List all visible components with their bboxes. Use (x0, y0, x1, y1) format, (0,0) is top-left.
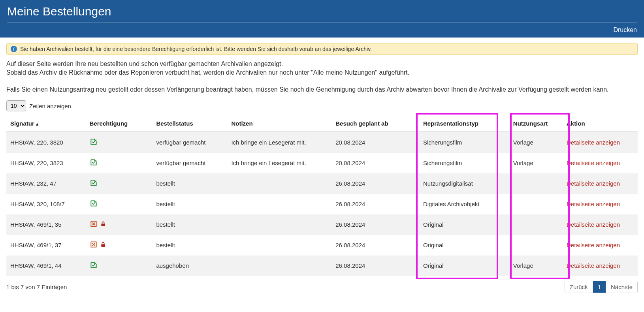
cell-aktion: Detailseite anzeigen (563, 132, 638, 153)
cell-signatur: HHStAW, 232, 47 (6, 173, 86, 194)
cell-besuch: 26.08.2024 (331, 214, 419, 235)
cell-signatur: HHStAW, 469/1, 44 (6, 256, 86, 276)
lock-icon (100, 220, 106, 228)
detail-link[interactable]: Detailseite anzeigen (567, 180, 620, 187)
pager-prev[interactable]: Zurück (565, 281, 593, 293)
cell-aktion: Detailseite anzeigen (563, 235, 638, 256)
cell-bestellstatus: ausgehoben (152, 256, 227, 276)
col-nutzungsart[interactable]: Nutzungsart (509, 115, 563, 132)
cell-reptyp: Original (419, 235, 509, 256)
cell-notizen: Ich bringe ein Lesegerät mit. (227, 132, 331, 153)
intro-text: Auf dieser Seite werden Ihre neu bestell… (6, 60, 638, 93)
detail-link[interactable]: Detailseite anzeigen (567, 139, 620, 146)
cell-berechtigung (86, 153, 153, 173)
info-icon: i (11, 46, 17, 52)
permission-request-icon (90, 220, 98, 228)
table-row: HHStAW, 220, 3823verfügbar gemachtIch br… (6, 153, 638, 173)
sort-asc-icon: ▲ (35, 122, 40, 126)
cell-besuch: 26.08.2024 (331, 194, 419, 214)
cell-bestellstatus: verfügbar gemacht (152, 132, 227, 153)
permission-granted-icon (90, 158, 98, 166)
permission-granted-icon (90, 261, 98, 269)
cell-signatur: HHStAW, 469/1, 37 (6, 235, 86, 256)
table-row: HHStAW, 469/1, 37bestellt26.08.2024Origi… (6, 235, 638, 256)
cell-notizen (227, 214, 331, 235)
cell-reptyp: Digitales Archivobjekt (419, 194, 509, 214)
table-row: HHStAW, 469/1, 35bestellt26.08.2024Origi… (6, 214, 638, 235)
cell-berechtigung (86, 132, 153, 153)
detail-link[interactable]: Detailseite anzeigen (567, 262, 620, 269)
table-row: HHStAW, 320, 108/7bestellt26.08.2024Digi… (6, 194, 638, 214)
cell-nutzungsart (509, 214, 563, 235)
cell-reptyp: Nutzungsdigitalisat (419, 173, 509, 194)
intro-p1: Auf dieser Seite werden Ihre neu bestell… (6, 60, 638, 68)
cell-nutzungsart: Vorlage (509, 256, 563, 276)
intro-p2: Sobald das Archiv die Rücknahme oder das… (6, 69, 638, 76)
cell-nutzungsart: Vorlage (509, 153, 563, 173)
cell-besuch: 20.08.2024 (331, 153, 419, 173)
detail-link[interactable]: Detailseite anzeigen (567, 221, 620, 228)
alert-banner: i Sie haben Archivalien bestellt, für di… (6, 43, 638, 55)
lock-icon (100, 241, 106, 248)
cell-notizen: Ich bringe ein Lesegerät mit. (227, 153, 331, 173)
cell-aktion: Detailseite anzeigen (563, 256, 638, 276)
table-row: HHStAW, 232, 47bestellt26.08.2024Nutzung… (6, 173, 638, 194)
print-link[interactable]: Drucken (613, 26, 637, 33)
permission-granted-icon (90, 199, 98, 207)
pager-page-1[interactable]: 1 (593, 281, 606, 293)
col-aktion: Aktion (563, 115, 638, 132)
col-reptyp[interactable]: Repräsentationstyp (419, 115, 509, 132)
cell-besuch: 26.08.2024 (331, 256, 419, 276)
col-besuch[interactable]: Besuch geplant ab (331, 115, 419, 132)
detail-link[interactable]: Detailseite anzeigen (567, 160, 620, 166)
permission-request-icon (90, 241, 98, 248)
cell-nutzungsart: Vorlage (509, 132, 563, 153)
col-bestellstatus[interactable]: Bestellstatus (152, 115, 227, 132)
cell-nutzungsart (509, 173, 563, 194)
cell-signatur: HHStAW, 220, 3823 (6, 153, 86, 173)
pager-next[interactable]: Nächste (606, 281, 637, 293)
cell-aktion: Detailseite anzeigen (563, 194, 638, 214)
cell-signatur: HHStAW, 220, 3820 (6, 132, 86, 153)
cell-notizen (227, 194, 331, 214)
cell-reptyp: Sicherungsfilm (419, 153, 509, 173)
cell-bestellstatus: bestellt (152, 194, 227, 214)
rows-per-page-select[interactable]: 10 (6, 100, 26, 111)
cell-signatur: HHStAW, 320, 108/7 (6, 194, 86, 214)
cell-berechtigung (86, 256, 153, 276)
orders-table: Signatur▲ Berechtigung Bestellstatus Not… (6, 115, 638, 276)
page-title: Meine Bestellungen (7, 3, 637, 18)
col-notizen[interactable]: Notizen (227, 115, 331, 132)
cell-bestellstatus: bestellt (152, 235, 227, 256)
table-count: 1 bis 7 von 7 Einträgen (6, 284, 67, 290)
rows-per-page-label: Zeilen anzeigen (29, 103, 71, 109)
cell-notizen (227, 235, 331, 256)
cell-aktion: Detailseite anzeigen (563, 214, 638, 235)
cell-besuch: 20.08.2024 (331, 132, 419, 153)
cell-nutzungsart (509, 194, 563, 214)
cell-bestellstatus: bestellt (152, 214, 227, 235)
permission-granted-icon (90, 138, 98, 146)
cell-reptyp: Original (419, 256, 509, 276)
permission-granted-icon (90, 179, 98, 187)
detail-link[interactable]: Detailseite anzeigen (567, 242, 620, 248)
cell-notizen (227, 256, 331, 276)
cell-aktion: Detailseite anzeigen (563, 173, 638, 194)
cell-berechtigung (86, 173, 153, 194)
cell-besuch: 26.08.2024 (331, 173, 419, 194)
cell-aktion: Detailseite anzeigen (563, 153, 638, 173)
table-row: HHStAW, 469/1, 44ausgehoben26.08.2024Ori… (6, 256, 638, 276)
cell-bestellstatus: verfügbar gemacht (152, 153, 227, 173)
cell-bestellstatus: bestellt (152, 173, 227, 194)
detail-link[interactable]: Detailseite anzeigen (567, 201, 620, 207)
cell-signatur: HHStAW, 469/1, 35 (6, 214, 86, 235)
cell-berechtigung (86, 235, 153, 256)
cell-nutzungsart (509, 235, 563, 256)
cell-berechtigung (86, 214, 153, 235)
cell-besuch: 26.08.2024 (331, 235, 419, 256)
col-berechtigung[interactable]: Berechtigung (86, 115, 153, 132)
cell-berechtigung (86, 194, 153, 214)
cell-notizen (227, 173, 331, 194)
col-signatur[interactable]: Signatur▲ (6, 115, 86, 132)
intro-p3: Falls Sie einen Nutzungsantrag neu geste… (6, 86, 638, 93)
